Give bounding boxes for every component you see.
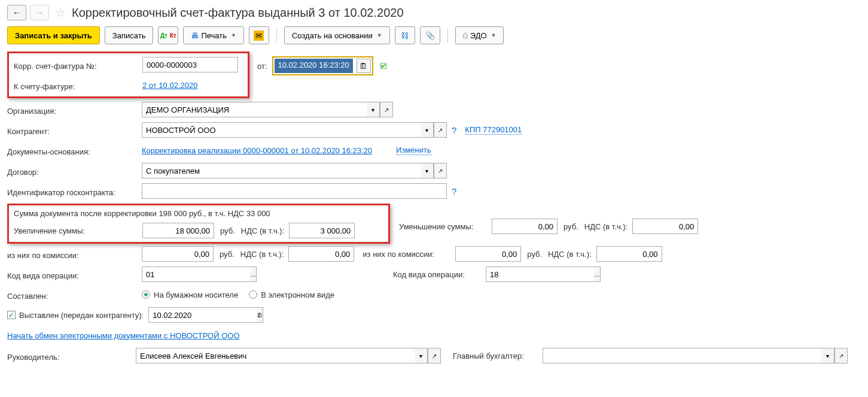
goscontract-label: Идентификатор госконтракта: — [7, 186, 142, 197]
print-button[interactable]: 🖶 Печать▼ — [183, 26, 244, 44]
to-invoice-link[interactable]: 2 от 10.02.2020 — [142, 81, 197, 90]
basis-link[interactable]: Корректировка реализации 0000-000001 от … — [142, 146, 372, 155]
increase-label: Увеличение суммы: — [14, 226, 142, 235]
op-code-label2: Код вида операции: — [393, 270, 486, 279]
printer-icon: 🖶 — [191, 31, 199, 40]
op-code2-select[interactable]: … — [594, 266, 601, 282]
kpp-link[interactable]: КПП 772901001 — [465, 125, 522, 135]
op-code2-input[interactable] — [486, 266, 594, 282]
op-code-label: Код вида операции: — [7, 269, 142, 280]
structure-button[interactable]: ⛓ — [395, 26, 415, 44]
chief-acc-input[interactable] — [543, 348, 821, 363]
commission-inc-nds-input[interactable] — [288, 246, 354, 262]
commission-dec-nds-input[interactable] — [596, 246, 662, 262]
electronic-radio[interactable] — [249, 290, 257, 299]
counterparty-open[interactable]: ↗ — [434, 122, 447, 138]
exchange-link[interactable]: Начать обмен электронными документами с … — [7, 331, 240, 340]
help-icon[interactable]: ? — [452, 186, 456, 196]
org-open[interactable]: ↗ — [380, 102, 393, 117]
paperclip-icon: 📎 — [425, 31, 435, 40]
basis-label: Документы-основания: — [7, 145, 142, 156]
dt-kt-button[interactable]: ДтКт — [158, 26, 178, 44]
decrease-input[interactable] — [492, 219, 558, 234]
counterparty-label: Контрагент: — [7, 125, 142, 136]
issued-checkbox[interactable]: ✓ — [7, 311, 16, 319]
date-input[interactable]: 10.02.2020 16:23:20 — [275, 59, 353, 73]
increase-nds-input[interactable] — [289, 223, 355, 238]
counterparty-input[interactable] — [142, 122, 421, 138]
mail-icon: ✉ — [254, 31, 264, 41]
back-button[interactable]: ← — [7, 5, 26, 20]
mail-button[interactable]: ✉ — [249, 26, 269, 44]
org-label: Организация: — [7, 104, 142, 116]
nds-label: НДС (в т.ч.): — [584, 222, 628, 231]
paper-radio[interactable] — [142, 290, 150, 299]
korr-number-label: Корр. счет-фактура №: — [14, 59, 142, 71]
commission-dec-input[interactable] — [455, 246, 521, 262]
org-dropdown[interactable]: ▾ — [367, 102, 380, 117]
org-input[interactable] — [142, 102, 367, 117]
chief-acc-label: Главный бухгалтер: — [453, 351, 543, 360]
korr-number-input[interactable] — [142, 57, 238, 72]
contract-dropdown[interactable]: ▾ — [421, 163, 434, 178]
to-invoice-label: К счету-фактуре: — [14, 80, 142, 91]
create-based-button[interactable]: Создать на основании▼ — [284, 26, 390, 44]
date-label: от: — [257, 62, 267, 71]
manager-input[interactable] — [136, 348, 415, 363]
counterparty-dropdown[interactable]: ▾ — [421, 122, 434, 138]
decrease-label: Уменьшение суммы: — [399, 222, 492, 231]
change-link[interactable]: Изменить — [396, 146, 431, 155]
goscontract-input[interactable] — [142, 183, 447, 199]
composed-label: Составлен: — [7, 289, 142, 301]
contract-input[interactable] — [142, 163, 421, 178]
issued-date-input[interactable] — [148, 307, 257, 323]
edo-button[interactable]: ⎙ ЭДО▼ — [455, 26, 504, 44]
manager-dropdown[interactable]: ▾ — [415, 348, 428, 363]
save-button[interactable]: Записать — [105, 26, 154, 44]
help-icon[interactable]: ? — [452, 125, 456, 135]
manager-open[interactable]: ↗ — [428, 348, 441, 363]
chief-acc-open[interactable]: ↗ — [835, 348, 848, 363]
decrease-nds-input[interactable] — [632, 219, 698, 234]
op-code1-select[interactable]: … — [250, 266, 257, 282]
posted-icon: 🗹 — [379, 62, 387, 71]
issued-calendar[interactable]: 🗓 — [257, 307, 263, 323]
save-close-button[interactable]: Записать и закрыть — [7, 26, 100, 44]
commission-label: из них по комиссии: — [7, 248, 142, 260]
forward-button[interactable]: → — [30, 5, 49, 20]
contract-label: Договор: — [7, 165, 142, 177]
link-icon: ⛓ — [401, 31, 409, 40]
commission-label2: из них по комиссии: — [363, 250, 455, 259]
contract-open[interactable]: ↗ — [434, 163, 447, 178]
favorite-icon[interactable]: ☆ — [55, 5, 66, 20]
edo-icon: ⎙ — [463, 31, 468, 40]
commission-inc-input[interactable] — [142, 246, 214, 262]
issued-label: Выставлен (передан контрагенту): — [19, 311, 144, 320]
op-code1-input[interactable] — [142, 266, 250, 282]
attach-button[interactable]: 📎 — [420, 26, 440, 44]
increase-input[interactable] — [142, 223, 214, 238]
chief-acc-dropdown[interactable]: ▾ — [821, 348, 835, 363]
page-title: Корректировочный счет-фактура выданный 3… — [72, 6, 404, 20]
manager-label: Руководитель: — [7, 350, 136, 362]
sum-after-label: Сумма документа после корректировки 198 … — [14, 209, 383, 218]
nds-label: НДС (в т.ч.): — [241, 226, 285, 235]
calendar-button[interactable]: 🗓 — [357, 59, 371, 73]
